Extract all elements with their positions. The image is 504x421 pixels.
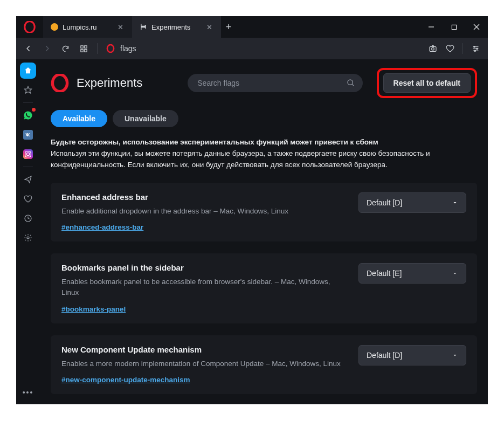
flag-card: Enhanced address bar Enable additional d… <box>51 183 477 241</box>
flag-link[interactable]: #new-component-update-mechanism <box>61 376 190 384</box>
url-text: flags <box>120 44 136 53</box>
flag-title: Enhanced address bar <box>61 192 348 202</box>
close-icon[interactable]: ✕ <box>205 23 213 31</box>
flag-dropdown[interactable]: Default [E] <box>358 263 466 284</box>
heart-button[interactable] <box>442 40 458 57</box>
flag-description: Enable additional dropdown in the addres… <box>61 206 348 217</box>
reset-all-button[interactable]: Reset all to default <box>383 73 471 93</box>
chevron-down-icon <box>452 352 458 358</box>
address-bar[interactable]: flags <box>103 44 423 53</box>
page-content: Experiments Reset all to default Availab… <box>40 59 488 404</box>
toolbar: flags <box>16 38 488 59</box>
flag-value: Default [D] <box>367 198 402 207</box>
flag-title: Bookmarks panel in the sidebar <box>61 263 348 272</box>
tab-title: Lumpics.ru <box>63 23 97 31</box>
flag-dropdown[interactable]: Default [D] <box>358 192 466 213</box>
svg-rect-20 <box>23 149 33 159</box>
flag-dropdown[interactable]: Default [D] <box>358 345 466 365</box>
opera-logo-icon <box>24 21 36 33</box>
sidebar-send[interactable] <box>20 171 36 188</box>
svg-point-16 <box>476 48 478 50</box>
sidebar-whatsapp[interactable] <box>20 107 36 123</box>
separator <box>462 43 463 54</box>
forward-button[interactable] <box>39 40 55 57</box>
svg-rect-8 <box>84 49 86 51</box>
flag-value: Default [E] <box>367 269 402 278</box>
new-tab-button[interactable]: + <box>221 16 236 38</box>
tab-lumpics[interactable]: Lumpics.ru ✕ <box>43 16 132 38</box>
easy-setup-button[interactable] <box>467 40 484 57</box>
svg-point-9 <box>107 45 114 52</box>
separator <box>23 167 33 167</box>
flag-card: Bookmarks panel in the sidebar Enables b… <box>51 253 477 323</box>
sidebar-history[interactable] <box>20 210 36 226</box>
svg-point-26 <box>52 74 67 91</box>
search-input[interactable] <box>188 74 362 92</box>
svg-point-15 <box>473 46 475 47</box>
svg-point-0 <box>25 21 34 32</box>
flag-value: Default [D] <box>367 351 402 360</box>
separator <box>23 102 33 103</box>
svg-line-28 <box>352 84 354 86</box>
svg-rect-7 <box>80 49 82 51</box>
svg-marker-18 <box>24 86 31 93</box>
tab-strip: Lumpics.ru ✕ Experiments ✕ + <box>43 16 236 38</box>
filter-tabs: Available Unavailable <box>51 108 477 134</box>
tab-unavailable[interactable]: Unavailable <box>113 110 178 127</box>
svg-point-27 <box>348 80 353 85</box>
svg-point-17 <box>474 50 476 52</box>
sidebar-more[interactable]: ••• <box>23 388 34 397</box>
opera-logo-icon <box>51 74 69 92</box>
window-controls <box>420 16 488 38</box>
flag-card: New Component Update mechanism Enables a… <box>51 335 477 394</box>
warning-line2: Используя эти функции, вы можете потерят… <box>51 149 430 169</box>
search-icon <box>347 79 355 87</box>
svg-point-11 <box>432 47 434 50</box>
tab-title: Experiments <box>151 23 190 31</box>
chevron-down-icon <box>452 199 458 206</box>
close-window-button[interactable] <box>465 16 488 38</box>
speed-dial-button[interactable] <box>75 40 92 57</box>
titlebar: Lumpics.ru ✕ Experiments ✕ + <box>16 16 488 38</box>
sidebar-pinboards[interactable] <box>20 191 36 207</box>
svg-point-23 <box>30 151 31 153</box>
warning-line1: Будьте осторожны, использование эксперим… <box>51 138 378 146</box>
reload-button[interactable] <box>57 40 73 57</box>
opera-url-icon <box>106 44 115 53</box>
flag-link[interactable]: #enhanced-address-bar <box>61 223 143 231</box>
sidebar-instagram[interactable] <box>20 146 36 162</box>
snapshot-button[interactable] <box>425 40 441 57</box>
svg-rect-5 <box>80 45 82 47</box>
maximize-button[interactable] <box>443 16 465 38</box>
tab-available[interactable]: Available <box>51 110 107 127</box>
sidebar-vk[interactable] <box>20 127 36 143</box>
reset-highlight: Reset all to default <box>377 68 477 98</box>
separator <box>97 43 98 54</box>
svg-rect-6 <box>84 45 86 47</box>
flag-description: Enables a more modern implementation of … <box>61 358 348 369</box>
svg-rect-2 <box>452 25 456 29</box>
chevron-down-icon <box>452 270 458 277</box>
flag-link[interactable]: #bookmarks-panel <box>61 305 126 313</box>
tab-favicon <box>51 23 58 31</box>
flag-icon <box>140 23 147 31</box>
close-icon[interactable]: ✕ <box>116 23 125 31</box>
sidebar: ••• <box>16 59 40 404</box>
svg-point-25 <box>27 237 29 239</box>
notification-badge <box>32 108 36 112</box>
sidebar-home[interactable] <box>20 63 36 79</box>
sidebar-settings[interactable] <box>20 230 36 246</box>
tab-experiments[interactable]: Experiments ✕ <box>132 16 221 38</box>
back-button[interactable] <box>20 40 37 57</box>
page-title: Experiments <box>77 76 142 90</box>
flag-title: New Component Update mechanism <box>61 345 348 354</box>
sidebar-bookmarks[interactable] <box>20 82 36 98</box>
flag-description: Enables bookmark panel to be accessible … <box>61 277 348 299</box>
minimize-button[interactable] <box>420 16 443 38</box>
warning-text: Будьте осторожны, использование эксперим… <box>51 134 477 183</box>
